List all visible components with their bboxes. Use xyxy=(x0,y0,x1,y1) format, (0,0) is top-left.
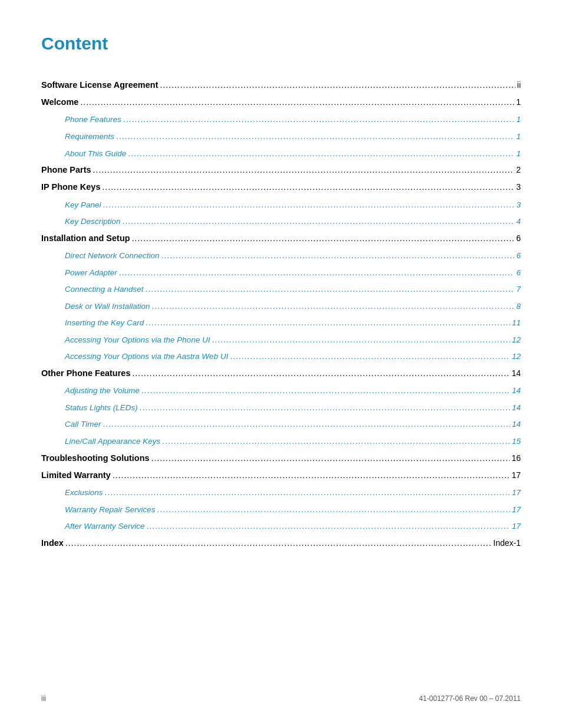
toc-label: Index xyxy=(41,536,64,550)
toc-sub-label: Call Timer xyxy=(65,418,101,431)
toc-sub-page: 14 xyxy=(512,401,521,414)
toc-sub-dots: ........................................… xyxy=(157,503,510,516)
toc-page: ii xyxy=(517,78,521,91)
toc-sub-page: 11 xyxy=(512,317,521,330)
toc-sub-label: Power Adapter xyxy=(65,266,117,279)
toc-container: Software License Agreement..............… xyxy=(41,78,521,550)
toc-sub-page: 7 xyxy=(516,283,521,296)
toc-sub-page: 12 xyxy=(512,334,521,347)
toc-sub-label: Warranty Repair Services xyxy=(65,503,156,516)
toc-label: Phone Parts xyxy=(41,163,91,177)
toc-sub-dots: ........................................… xyxy=(123,113,514,126)
toc-sub-label: Key Panel xyxy=(65,199,101,212)
toc-entry-top: IP Phone Keys...........................… xyxy=(41,180,521,194)
page-title: Content xyxy=(41,29,521,58)
toc-dots: ........................................… xyxy=(132,367,510,380)
toc-sub-page: 17 xyxy=(512,520,521,533)
footer-page-number: iii xyxy=(41,693,46,704)
toc-page: 1 xyxy=(516,95,521,108)
toc-section: Software License Agreement..............… xyxy=(41,78,521,92)
toc-entry-top: Software License Agreement..............… xyxy=(41,78,521,92)
toc-dots: ........................................… xyxy=(65,536,491,549)
toc-dots: ........................................… xyxy=(80,95,514,108)
toc-sub-dots: ........................................… xyxy=(105,486,510,499)
toc-sub-dots: ........................................… xyxy=(230,350,510,363)
toc-entry-top: Troubleshooting Solutions...............… xyxy=(41,452,521,465)
toc-entry-sub: Direct Network Connection...............… xyxy=(41,249,521,262)
toc-entry-top: Limited Warranty........................… xyxy=(41,469,521,482)
toc-sub-label: Status Lights (LEDs) xyxy=(65,401,138,414)
toc-sub-label: Direct Network Connection xyxy=(65,249,160,262)
toc-entry-sub: Phone Features..........................… xyxy=(41,113,521,126)
toc-section: Welcome.................................… xyxy=(41,95,521,160)
toc-sub-page: 15 xyxy=(512,435,521,448)
toc-entry-top: Installation and Setup..................… xyxy=(41,232,521,245)
toc-entry-sub: After Warranty Service..................… xyxy=(41,519,521,533)
toc-sub-page: 6 xyxy=(516,266,521,279)
toc-sub-label: About This Guide xyxy=(65,147,126,160)
toc-sub-dots: ........................................… xyxy=(103,417,510,430)
toc-label: Troubleshooting Solutions xyxy=(41,452,150,465)
toc-entry-sub: Accessing Your Options via the Phone UI.… xyxy=(41,333,521,347)
toc-label: IP Phone Keys xyxy=(41,180,100,194)
toc-page: 6 xyxy=(516,232,521,245)
toc-entry-sub: Adjusting the Volume....................… xyxy=(41,384,521,397)
toc-sub-dots: ........................................… xyxy=(119,266,515,279)
toc-page: 17 xyxy=(511,469,521,482)
toc-sub-page: 1 xyxy=(516,113,521,126)
toc-label: Software License Agreement xyxy=(41,78,158,92)
toc-sub-dots: ........................................… xyxy=(116,130,514,143)
toc-entry-sub: Line/Call Appearance Keys...............… xyxy=(41,434,521,448)
toc-sub-label: Desk or Wall Installation xyxy=(65,300,150,313)
toc-sub-page: 4 xyxy=(516,215,521,228)
toc-sub-page: 17 xyxy=(512,486,521,499)
toc-label: Other Phone Features xyxy=(41,367,130,380)
toc-label: Installation and Setup xyxy=(41,232,130,245)
toc-sub-page: 12 xyxy=(512,350,521,363)
toc-sub-dots: ........................................… xyxy=(140,401,510,414)
toc-page: 14 xyxy=(511,367,521,380)
toc-sub-dots: ........................................… xyxy=(162,434,510,447)
toc-dots: ........................................… xyxy=(132,232,515,245)
toc-dots: ........................................… xyxy=(151,452,510,465)
toc-page: Index-1 xyxy=(493,536,521,549)
toc-entry-sub: About This Guide........................… xyxy=(41,147,521,160)
toc-sub-dots: ........................................… xyxy=(123,215,515,228)
toc-sub-label: Exclusions xyxy=(65,486,103,499)
toc-entry-sub: Desk or Wall Installation...............… xyxy=(41,299,521,313)
toc-sub-dots: ........................................… xyxy=(152,299,515,312)
toc-sub-label: Requirements xyxy=(65,130,114,143)
toc-section: Phone Parts.............................… xyxy=(41,163,521,177)
toc-entry-top: Welcome.................................… xyxy=(41,95,521,109)
toc-sub-dots: ........................................… xyxy=(146,316,510,329)
toc-section: IP Phone Keys...........................… xyxy=(41,180,521,228)
footer: iii 41-001277-06 Rev 00 – 07.2011 xyxy=(41,693,521,704)
toc-dots: ........................................… xyxy=(93,163,515,176)
toc-entry-top: Index...................................… xyxy=(41,536,521,550)
toc-label: Welcome xyxy=(41,95,78,109)
toc-sub-page: 3 xyxy=(516,199,521,212)
toc-sub-page: 6 xyxy=(516,249,521,262)
toc-sub-label: Accessing Your Options via the Phone UI xyxy=(65,334,210,347)
toc-page: 2 xyxy=(516,163,521,176)
toc-entry-sub: Status Lights (LEDs)....................… xyxy=(41,401,521,414)
toc-sub-dots: ........................................… xyxy=(141,384,510,397)
toc-entry-sub: Power Adapter...........................… xyxy=(41,266,521,279)
toc-section: Other Phone Features....................… xyxy=(41,367,521,448)
toc-entry-sub: Exclusions..............................… xyxy=(41,486,521,499)
toc-sub-dots: ........................................… xyxy=(103,198,515,211)
toc-sub-label: Line/Call Appearance Keys xyxy=(65,435,160,448)
toc-sub-dots: ........................................… xyxy=(147,519,510,532)
toc-entry-sub: Connecting a Handset....................… xyxy=(41,282,521,296)
toc-sub-label: Inserting the Key Card xyxy=(65,317,144,330)
toc-sub-dots: ........................................… xyxy=(128,147,514,160)
toc-entry-sub: Inserting the Key Card..................… xyxy=(41,316,521,330)
toc-entry-sub: Warranty Repair Services................… xyxy=(41,503,521,516)
toc-entry-sub: Requirements............................… xyxy=(41,130,521,143)
toc-sub-dots: ........................................… xyxy=(161,249,515,262)
toc-sub-dots: ........................................… xyxy=(146,282,515,295)
toc-entry-top: Phone Parts.............................… xyxy=(41,163,521,177)
toc-entry-sub: Call Timer..............................… xyxy=(41,417,521,431)
toc-dots: ........................................… xyxy=(160,78,515,91)
toc-entry-sub: Key Panel...............................… xyxy=(41,198,521,212)
